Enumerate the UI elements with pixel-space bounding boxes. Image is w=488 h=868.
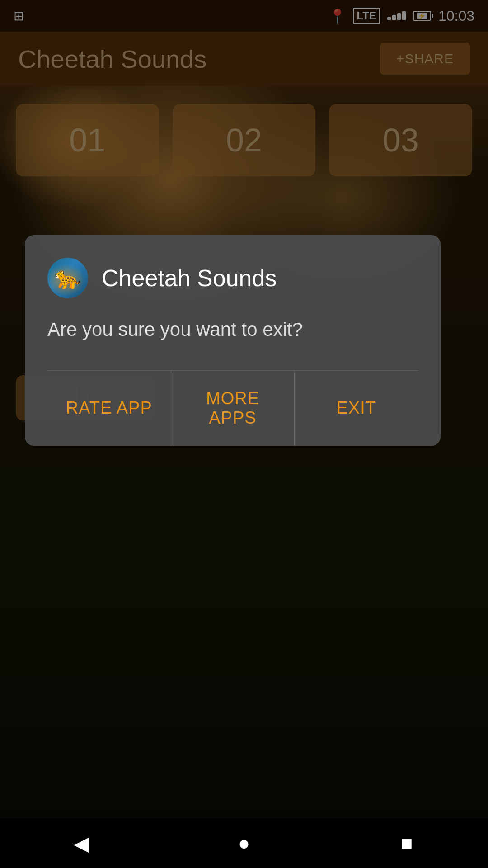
dialog-message: Are you sure you want to exit? (47, 316, 418, 343)
home-button[interactable]: ● (226, 825, 262, 861)
dialog-actions: RATE APP MORE APPS EXIT (47, 370, 418, 446)
home-icon: ● (238, 832, 250, 854)
dialog-header: 🐆 Cheetah Sounds (47, 258, 418, 298)
dialog-app-name: Cheetah Sounds (102, 264, 277, 292)
back-icon: ◀ (74, 832, 89, 855)
exit-button[interactable]: EXIT (295, 371, 418, 446)
exit-dialog: 🐆 Cheetah Sounds Are you sure you want t… (25, 235, 441, 446)
more-apps-button[interactable]: MORE APPS (171, 371, 295, 446)
dialog-app-icon: 🐆 (47, 258, 88, 298)
recents-button[interactable]: ■ (389, 825, 425, 861)
recents-icon: ■ (401, 832, 413, 854)
rate-app-button[interactable]: RATE APP (47, 371, 171, 446)
back-button[interactable]: ◀ (63, 825, 99, 861)
bottom-nav: ◀ ● ■ (0, 818, 488, 868)
